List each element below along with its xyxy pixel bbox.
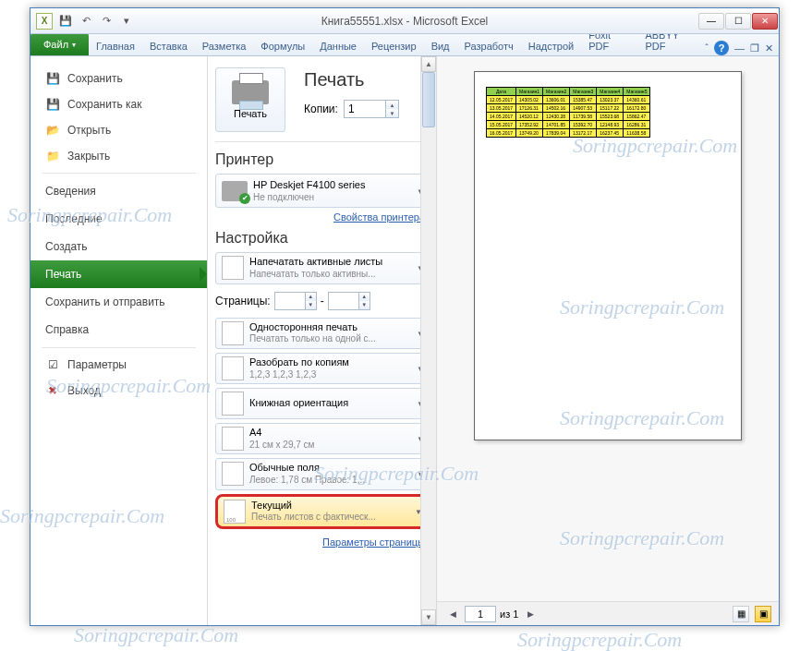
next-page-button[interactable]: ▶ [522,606,539,622]
opt-title: Односторонняя печать [249,321,376,334]
page-icon [222,321,244,345]
page-of-label: из 1 [500,609,518,620]
table-cell: 12430.28 [543,113,570,121]
watermark: Soringpcrepair.Com [517,628,682,651]
ribbon-minimize-icon[interactable]: ˆ [705,42,709,54]
scroll-down-icon[interactable]: ▼ [421,609,436,625]
page-setup-link[interactable]: Параметры страницы [215,536,425,548]
nav-close-doc[interactable]: 📁 Закрыть [30,143,207,169]
copies-input[interactable] [345,101,385,117]
doc-restore-icon[interactable]: ❐ [750,42,759,54]
table-cell: 12.05.2017 [487,96,516,104]
pages-from[interactable]: ▲▼ [274,292,317,310]
tab-developer[interactable]: Разработч [457,37,521,55]
qat-redo-icon[interactable]: ↷ [99,14,114,29]
tab-addins[interactable]: Надстрой [521,37,581,55]
spin-up-icon[interactable]: ▲ [305,293,316,301]
tab-insert[interactable]: Вставка [142,37,195,55]
nav-info[interactable]: Сведения [30,177,207,205]
print-button[interactable]: Печать [215,67,285,132]
scale-icon: 100 [224,500,246,524]
tab-home[interactable]: Главная [89,37,142,55]
table-row: 13.05.201717126.3114502.1614907.5315117.… [487,104,650,113]
minimize-button[interactable]: — [698,13,724,30]
preview-toolbar: ◀ из 1 ▶ ▦ ▣ [437,601,779,625]
table-cell: 16286.31 [624,121,650,129]
opt-margins[interactable]: Обычные поля Левое: 1,78 см Правое: 1,..… [215,458,429,489]
opt-scaling[interactable]: 100 Текущий Печать листов с фактическ...… [215,494,429,529]
tab-formulas[interactable]: Формулы [253,37,312,55]
table-cell: 17839.04 [543,129,570,138]
copies-label: Копии: [304,102,338,115]
nav-recent[interactable]: Последние [30,205,207,233]
nav-open[interactable]: 📂 Открыть [30,117,207,143]
titlebar: X 💾 ↶ ↷ ▾ Книга55551.xlsx - Microsoft Ex… [30,8,779,34]
nav-help[interactable]: Справка [30,316,207,344]
opt-print-what[interactable]: Напечатать активные листы Напечатать тол… [215,252,429,283]
table-row: 15.05.201717352.9214701.8515392.7012148.… [487,121,650,129]
opt-title: Разобрать по копиям [249,356,349,369]
table-cell: 11638.58 [624,129,650,138]
spin-down-icon[interactable]: ▼ [305,301,316,309]
copies-spinner[interactable]: ▲▼ [344,100,399,118]
pages-from-input[interactable] [275,293,305,309]
doc-close-icon[interactable]: ✕ [765,42,773,54]
qat-save-icon[interactable]: 💾 [58,14,73,29]
maximize-button[interactable]: ☐ [725,13,751,30]
nav-options[interactable]: ☑ Параметры [30,352,207,378]
nav-saveas[interactable]: 💾 Сохранить как [30,91,207,117]
zoom-to-page-button[interactable]: ▣ [755,606,771,622]
table-cell: 14502.16 [543,104,570,113]
help-icon[interactable]: ? [714,41,729,55]
opt-title: Обычные поля [249,462,368,475]
table-cell: 14360.61 [624,96,650,104]
page-number-input[interactable] [465,606,496,622]
tab-layout[interactable]: Разметка [195,37,254,55]
center-scrollbar[interactable]: ▲ ▼ [420,56,436,625]
nav-exit[interactable]: ✖ Выход [30,378,207,404]
preview-canvas: ДатаМагазин1Магазин2Магазин3Магазин4Мага… [437,56,779,601]
opt-collate[interactable]: Разобрать по копиям 1,2,3 1,2,3 1,2,3 ▼ [215,353,429,384]
show-margins-button[interactable]: ▦ [733,606,749,622]
nav-new[interactable]: Создать [30,233,207,260]
opt-orientation[interactable]: Книжная ориентация ▼ [215,388,429,419]
nav-separator [42,347,196,348]
settings-heading: Настройка [215,230,429,247]
nav-share[interactable]: Сохранить и отправить [30,288,207,316]
opt-sides[interactable]: Односторонняя печать Печатать только на … [215,318,429,349]
nav-print[interactable]: Печать [30,260,207,288]
scroll-thumb[interactable] [422,72,435,127]
qat-undo-icon[interactable]: ↶ [79,14,93,29]
nav-label: Закрыть [67,150,110,163]
tab-data[interactable]: Данные [312,37,364,55]
table-header: Магазин1 [516,88,543,96]
prev-page-button[interactable]: ◀ [444,606,461,622]
doc-minimize-icon[interactable]: — [734,42,745,54]
table-cell: 16172.80 [624,104,650,113]
table-cell: 13023.37 [597,96,624,104]
divider [215,141,429,142]
table-cell: 14701.85 [543,121,570,129]
spin-up-icon[interactable]: ▲ [385,101,398,109]
tab-view[interactable]: Вид [424,37,457,55]
close-button[interactable]: ✕ [752,13,778,30]
qat-customize-icon[interactable]: ▾ [119,14,134,29]
scroll-up-icon[interactable]: ▲ [421,56,436,72]
app-window: X 💾 ↶ ↷ ▾ Книга55551.xlsx - Microsoft Ex… [30,7,780,626]
opt-sub: 1,2,3 1,2,3 1,2,3 [249,369,349,381]
nav-save[interactable]: 💾 Сохранить [30,66,207,91]
window-title: Книга55551.xlsx - Microsoft Excel [321,15,489,28]
spin-down-icon[interactable]: ▼ [358,301,370,309]
printer-properties-link[interactable]: Свойства принтера [215,211,425,223]
pages-label: Страницы: [215,295,271,307]
pages-to-input[interactable] [329,293,358,309]
printer-selector[interactable]: HP Deskjet F4100 series Не подключен ▼ [215,174,429,208]
opt-papersize[interactable]: A4 21 см x 29,7 см ▼ [215,423,429,454]
pages-to[interactable]: ▲▼ [328,292,370,310]
table-cell: 13172.17 [570,129,597,138]
spin-down-icon[interactable]: ▼ [385,109,398,117]
table-cell: 15392.70 [570,121,597,129]
tab-review[interactable]: Рецензир [364,37,424,55]
file-tab[interactable]: Файл [30,33,89,55]
spin-up-icon[interactable]: ▲ [358,293,370,301]
